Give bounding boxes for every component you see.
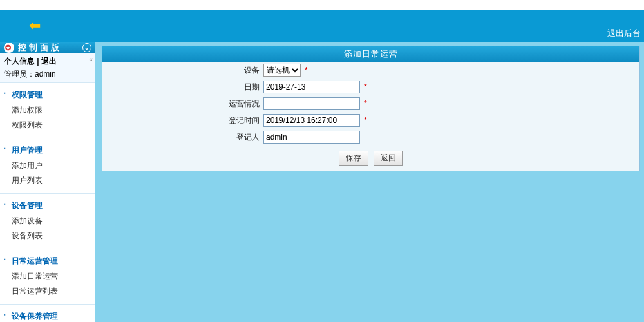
top-bar: ⬅ 退出后台 <box>0 10 644 42</box>
menu-header-device[interactable]: 设备管理 <box>0 198 95 214</box>
top-gap <box>0 0 644 10</box>
menu-item-user-list[interactable]: 用户列表 <box>0 173 95 188</box>
asterisk-icon: * <box>364 116 367 125</box>
form-title: 添加日常运营 <box>102 46 639 62</box>
menu-section-maintenance: 设备保养管理 添加设备保养 设备保养列表 <box>0 308 95 322</box>
back-button[interactable]: 返回 <box>374 151 403 166</box>
content-panel: 添加日常运营 设备 请选机 * 日期 * <box>102 46 640 171</box>
menu-item-add-operation[interactable]: 添加日常运营 <box>0 269 95 284</box>
menu-item-add-device[interactable]: 添加设备 <box>0 214 95 229</box>
asterisk-icon: * <box>305 66 308 75</box>
form-row-device: 设备 请选机 * <box>102 62 639 79</box>
menu-header-maintenance[interactable]: 设备保养管理 <box>0 308 95 322</box>
regtime-input[interactable] <box>263 114 360 127</box>
username-text: admin <box>35 70 56 79</box>
menu-item-device-list[interactable]: 设备列表 <box>0 229 95 243</box>
sidebar: ✪ 控制面版 ⌄ 个人信息 | 退出 « 管理员：admin 权限管理 添加权限… <box>0 42 95 322</box>
panel-title-text: 控制面版 <box>18 42 62 53</box>
user-info-line2: 管理员：admin <box>4 69 91 80</box>
save-button[interactable]: 保存 <box>339 151 368 166</box>
device-select[interactable]: 请选机 <box>263 64 301 77</box>
content-area: 添加日常运营 设备 请选机 * 日期 * <box>95 42 644 322</box>
back-arrow-icon[interactable]: ⬅ <box>29 17 41 34</box>
logout-backend-link[interactable]: 退出后台 <box>607 28 641 39</box>
user-info-block: 个人信息 | 退出 « 管理员：admin <box>0 53 95 83</box>
form-table: 设备 请选机 * 日期 * 运营情况 <box>102 62 639 171</box>
menu-header-operation[interactable]: 日常运营管理 <box>0 253 95 269</box>
menu-header-user[interactable]: 用户管理 <box>0 142 95 158</box>
menu-section-operation: 日常运营管理 添加日常运营 日常运营列表 <box>0 253 95 305</box>
sidebar-panel-header: ✪ 控制面版 ⌄ <box>0 42 95 53</box>
field-regtime: * <box>263 114 367 127</box>
collapse-icon[interactable]: « <box>89 56 93 63</box>
personal-info-link[interactable]: 个人信息 <box>4 57 35 66</box>
menu-section-permission: 权限管理 添加权限 权限列表 <box>0 87 95 138</box>
logout-link[interactable]: 退出 <box>41 57 57 66</box>
menu-item-add-permission[interactable]: 添加权限 <box>0 103 95 118</box>
main-wrap: ✪ 控制面版 ⌄ 个人信息 | 退出 « 管理员：admin 权限管理 添加权限… <box>0 42 644 322</box>
field-registrant <box>263 131 360 144</box>
field-status: * <box>263 97 367 110</box>
form-row-status: 运营情况 * <box>102 95 639 112</box>
label-status: 运营情况 <box>102 99 263 109</box>
role-label: 管理员： <box>4 70 35 79</box>
date-input[interactable] <box>263 80 360 93</box>
label-registrant: 登记人 <box>102 132 263 143</box>
user-info-line1: 个人信息 | 退出 <box>4 56 91 67</box>
status-input[interactable] <box>263 97 360 110</box>
menu-section-device: 设备管理 添加设备 设备列表 <box>0 198 95 249</box>
asterisk-icon: * <box>364 99 367 108</box>
label-device: 设备 <box>102 65 263 76</box>
menu-item-operation-list[interactable]: 日常运营列表 <box>0 284 95 299</box>
asterisk-icon: * <box>364 82 367 91</box>
globe-icon: ✪ <box>4 43 14 53</box>
registrant-input[interactable] <box>263 131 360 144</box>
menu-item-permission-list[interactable]: 权限列表 <box>0 118 95 133</box>
button-row: 保存 返回 <box>102 146 639 171</box>
menu-header-permission[interactable]: 权限管理 <box>0 87 95 103</box>
field-device: 请选机 * <box>263 64 308 77</box>
label-regtime: 登记时间 <box>102 115 263 126</box>
field-date: * <box>263 80 367 93</box>
form-row-registrant: 登记人 <box>102 129 639 146</box>
menu-section-user: 用户管理 添加用户 用户列表 <box>0 142 95 194</box>
label-date: 日期 <box>102 82 263 93</box>
form-row-date: 日期 * <box>102 79 639 95</box>
expand-icon[interactable]: ⌄ <box>82 43 91 52</box>
form-row-regtime: 登记时间 * <box>102 112 639 129</box>
menu-item-add-user[interactable]: 添加用户 <box>0 158 95 173</box>
